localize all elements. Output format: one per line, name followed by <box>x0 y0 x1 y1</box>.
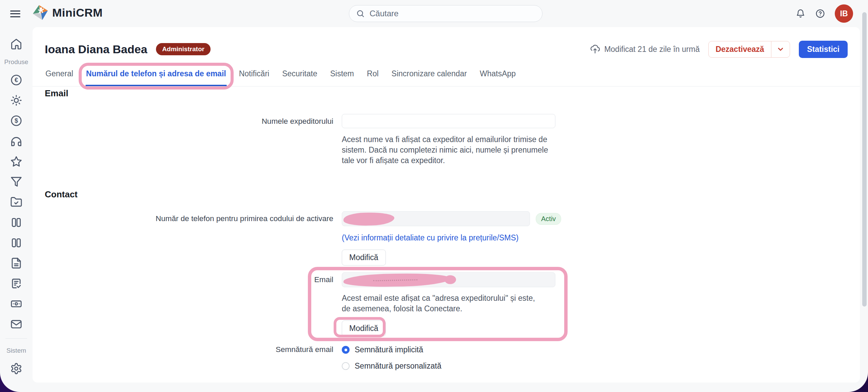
email-label: Email <box>33 272 342 287</box>
sidebar-settings-gear-icon[interactable] <box>10 362 22 375</box>
brand[interactable]: MiniCRM <box>33 5 103 20</box>
phone-field[interactable] <box>342 211 530 226</box>
email-row: Email <box>33 272 555 287</box>
sidebar-document-icon[interactable] <box>10 257 22 269</box>
cloud-upload-icon <box>590 44 600 54</box>
sidebar-sun-icon[interactable] <box>10 94 22 106</box>
sidebar-clipboard-check-icon[interactable] <box>10 277 22 290</box>
tab-whatsapp[interactable]: WhatsApp <box>479 61 516 86</box>
top-bar: MiniCRM <box>0 0 868 27</box>
tab-role[interactable]: Rol <box>366 61 379 86</box>
modify-phone-button[interactable]: Modifică <box>342 250 386 266</box>
sidebar-mail-icon[interactable] <box>10 318 22 330</box>
sidebar-divider <box>5 338 27 339</box>
sidebar-star-icon[interactable] <box>10 155 22 168</box>
contact-section-heading: Contact <box>45 189 78 200</box>
phone-status-badge: Activ <box>536 213 561 225</box>
search-icon <box>356 9 365 18</box>
tab-calendar-sync[interactable]: Sincronizare calendar <box>391 61 468 86</box>
tab-notifications[interactable]: Notificări <box>238 61 270 86</box>
hamburger-menu-button[interactable] <box>10 8 20 18</box>
statistics-button[interactable]: Statistici <box>799 41 848 58</box>
sender-name-help: Acest nume va fi afișat ca expeditor al … <box>342 134 561 166</box>
page-header: Ioana Diana Badea Administrator Modifica… <box>45 39 848 59</box>
role-badge: Administrator <box>156 43 211 55</box>
deactivate-split-button: Dezactivează <box>708 41 790 58</box>
tab-bar: General Numărul de telefon și adresa de … <box>33 61 860 86</box>
deactivate-button[interactable]: Dezactivează <box>709 41 771 57</box>
sender-name-label: Numele expeditorului <box>33 114 342 129</box>
last-modified-text: Modificat 21 de zile în urmă <box>604 45 699 54</box>
sidebar: Produse € $ <box>0 27 33 392</box>
brand-name: MiniCRM <box>52 6 103 19</box>
notifications-bell-icon[interactable] <box>795 8 806 19</box>
deactivate-dropdown-chevron-icon[interactable] <box>771 41 790 57</box>
sidebar-section-sistem: Sistem <box>6 347 26 354</box>
sidebar-home-icon[interactable] <box>10 38 22 50</box>
sidebar-folder-check-icon[interactable] <box>10 196 22 208</box>
signature-default-option[interactable]: Semnătură implicită <box>342 345 441 354</box>
signature-custom-label: Semnătură personalizată <box>355 361 441 371</box>
help-icon[interactable] <box>815 8 825 19</box>
sidebar-filter-icon[interactable] <box>10 176 22 188</box>
sidebar-dollar-icon[interactable]: $ <box>10 115 22 127</box>
sidebar-banknote-icon[interactable] <box>10 298 22 310</box>
svg-text:$: $ <box>15 117 18 124</box>
app-window: MiniCRM <box>0 0 868 392</box>
sidebar-euro-icon[interactable]: € <box>10 74 22 86</box>
signature-label: Semnătură email <box>33 345 342 354</box>
sender-name-row: Numele expeditorului <box>33 114 555 129</box>
minicrm-logo-icon <box>33 5 48 20</box>
signature-radio-group: Semnătură implicită Semnătură personaliz… <box>342 345 441 371</box>
signature-custom-option[interactable]: Semnătură personalizată <box>342 361 441 371</box>
email-section-heading: Email <box>45 88 68 99</box>
sidebar-columns2-icon[interactable] <box>10 237 22 249</box>
svg-text:€: € <box>15 77 18 83</box>
modify-email-button[interactable]: Modifică <box>342 320 386 336</box>
sender-name-input[interactable] <box>342 114 555 128</box>
topbar-actions: IB <box>795 0 853 27</box>
tab-phone-email-label: Numărul de telefon și adresa de email <box>86 69 226 78</box>
radio-checked-icon[interactable] <box>342 346 350 354</box>
user-avatar[interactable]: IB <box>835 4 853 23</box>
email-help: Acest email este afișat ca "adresa exped… <box>342 293 545 314</box>
tab-phone-email[interactable]: Numărul de telefon și adresa de email <box>85 61 227 86</box>
tab-security[interactable]: Securitate <box>281 61 318 86</box>
active-tab-underline <box>85 85 227 86</box>
search-input[interactable] <box>369 8 535 19</box>
tab-general[interactable]: General <box>45 61 74 86</box>
redaction-dots <box>373 279 417 281</box>
redaction-blob-phone <box>343 212 395 226</box>
redaction-blob-email <box>343 273 451 288</box>
sidebar-headphones-icon[interactable] <box>10 135 22 147</box>
phone-row: Număr de telefon pentru primirea codului… <box>33 211 561 226</box>
header-actions: Modificat 21 de zile în urmă Dezactiveaz… <box>590 41 848 58</box>
phone-label: Număr de telefon pentru primirea codului… <box>33 211 342 226</box>
sidebar-columns-icon[interactable] <box>10 216 22 229</box>
page-title: Ioana Diana Badea <box>45 43 147 56</box>
search-bar[interactable] <box>349 5 542 22</box>
page-scrollbar[interactable] <box>862 12 867 307</box>
email-field[interactable] <box>342 272 555 287</box>
signature-row: Semnătură email Semnătură implicită Semn… <box>33 345 441 371</box>
signature-default-label: Semnătură implicită <box>355 345 423 354</box>
tab-system[interactable]: Sistem <box>330 61 355 86</box>
last-modified: Modificat 21 de zile în urmă <box>590 44 699 54</box>
radio-unchecked-icon[interactable] <box>342 362 350 370</box>
sms-pricing-link[interactable]: (Vezi informații detaliate cu privire la… <box>342 233 519 242</box>
main-content-card: Ioana Diana Badea Administrator Modifica… <box>33 27 860 383</box>
sidebar-section-produse: Produse <box>4 58 28 66</box>
